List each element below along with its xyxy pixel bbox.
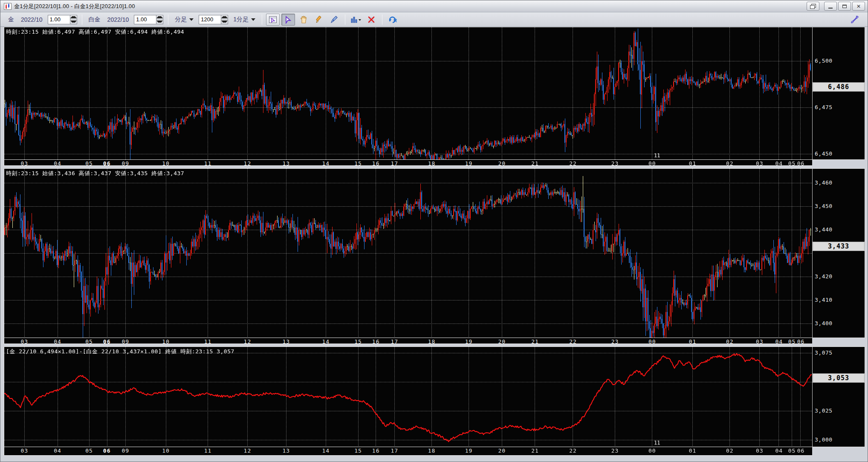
- close-button[interactable]: ✕: [852, 2, 865, 11]
- y-axis-label: 3,025: [815, 407, 833, 414]
- x-axis-label: 12: [244, 448, 252, 454]
- x-axis-label: 02: [726, 338, 734, 345]
- app-window: 金1分足[2022/10]1.00 - 白金1分足[2022/10]1.00 ✕…: [0, 0, 868, 462]
- gold-multiplier-spinner: [48, 15, 77, 24]
- bar-type-dropdown[interactable]: 分足: [175, 16, 194, 23]
- x-axis-label: 05: [788, 338, 796, 345]
- x-axis-label: 09: [122, 338, 129, 345]
- spin-up-button[interactable]: [70, 15, 77, 20]
- platinum-chart-panel: 時刻:23:15 始値:3,436 高値:3,437 安値:3,435 終値:3…: [4, 168, 865, 344]
- x-axis-label: 14: [322, 448, 330, 454]
- x-axis-label: 05: [788, 160, 796, 167]
- gold-chart-panel: 時刻:23:15 始値:6,497 高値:6,497 安値:6,494 終値:6…: [4, 27, 865, 166]
- platinum-multiplier-spinner: [134, 15, 163, 24]
- toolbar-separator: [262, 14, 262, 25]
- bar-count-input[interactable]: [199, 15, 221, 24]
- x-axis-label: 18: [428, 160, 436, 167]
- spin-down-button[interactable]: [70, 19, 77, 24]
- x-axis-label: 19: [465, 338, 473, 345]
- x-axis-label: 20: [498, 160, 506, 167]
- x-axis-label: 03: [756, 448, 764, 454]
- x-axis-label: 10: [162, 160, 170, 167]
- y-axis-label: 3,000: [815, 436, 833, 443]
- x-axis-label: 09: [122, 448, 129, 454]
- toolbar-separator: [168, 14, 168, 25]
- select-cursor-icon: [284, 15, 292, 24]
- spin-up-button[interactable]: [221, 15, 228, 20]
- x-axis-label: 06: [103, 448, 111, 454]
- interval-dropdown[interactable]: 1分足: [233, 16, 255, 23]
- chart-style-button[interactable]: [349, 14, 363, 26]
- gold-multiplier-input[interactable]: [48, 15, 70, 24]
- reload-icon: R: [388, 15, 398, 24]
- settings-button[interactable]: [848, 14, 862, 26]
- gold-plot: 時刻:23:15 始値:6,497 高値:6,497 安値:6,494 終値:6…: [4, 27, 812, 160]
- spread-last-price-badge: 3,053: [813, 373, 865, 383]
- wrench-icon: [850, 15, 859, 24]
- x-axis-label: 17: [391, 448, 398, 454]
- window-group-button[interactable]: [807, 2, 819, 11]
- x-axis-label: 18: [428, 448, 436, 454]
- maximize-button[interactable]: [838, 2, 851, 11]
- x-axis-label: 11: [204, 448, 212, 454]
- bar-chart-icon: [350, 15, 362, 24]
- x-axis-label: 05: [85, 448, 93, 454]
- spin-down-button[interactable]: [221, 19, 228, 24]
- spread-plot: [金 22/10 6,494×1.00]-[白金 22/10 3,437×1.0…: [4, 346, 812, 447]
- date-marker: 11: [654, 440, 660, 446]
- interval-label: 1分足: [233, 16, 249, 23]
- y-axis-label: 6,475: [815, 104, 833, 110]
- spread-y-axis: 3,053 3,0753,0253,000: [812, 346, 865, 447]
- pen-tool-button[interactable]: [327, 14, 341, 26]
- spin-up-button[interactable]: [156, 15, 163, 20]
- x-axis-label: 10: [162, 448, 170, 454]
- spread-line-chart[interactable]: [4, 347, 812, 447]
- platinum-multiplier-input[interactable]: [134, 15, 156, 24]
- clear-drawings-button[interactable]: [365, 14, 378, 26]
- x-axis-label: 05: [85, 338, 93, 345]
- pencil-icon: [315, 15, 323, 24]
- gold-x-axis: 0304050609101112131415161718192021222300…: [4, 160, 812, 166]
- y-axis-label: 3,410: [815, 297, 833, 303]
- minimize-button[interactable]: [824, 2, 837, 11]
- x-axis-label: 04: [54, 338, 61, 345]
- x-axis-label: 01: [689, 448, 697, 454]
- x-axis-label: 21: [531, 448, 539, 454]
- select-tool-button[interactable]: [281, 14, 295, 26]
- x-axis-label: 03: [756, 160, 764, 167]
- platinum-y-axis: 3,433 3,4603,4503,4403,4203,4103,400: [812, 168, 865, 338]
- spin-down-icon: [221, 20, 228, 23]
- pan-tool-button[interactable]: [297, 14, 310, 26]
- x-axis-label: 04: [775, 448, 783, 454]
- x-axis-label: 06: [797, 448, 805, 454]
- app-icon: [4, 3, 12, 10]
- x-axis-label: 04: [775, 338, 783, 345]
- platinum-ohlc-info: 時刻:23:15 始値:3,436 高値:3,437 安値:3,435 終値:3…: [6, 170, 184, 177]
- platinum-candle-chart[interactable]: [4, 169, 812, 338]
- x-axis-label: 04: [54, 160, 61, 167]
- y-axis-label: 3,400: [815, 320, 833, 326]
- charts-area: 時刻:23:15 始値:6,497 高値:6,497 安値:6,494 終値:6…: [0, 27, 868, 462]
- x-axis-label: 00: [648, 160, 656, 167]
- delete-chart-icon: [367, 15, 376, 24]
- window-title: 金1分足[2022/10]1.00 - 白金1分足[2022/10]1.00: [14, 3, 135, 10]
- x-axis-label: 12: [244, 338, 252, 345]
- x-axis-label: 00: [648, 338, 656, 345]
- y-axis-label: 3,450: [815, 203, 833, 209]
- maximize-icon: [842, 5, 847, 8]
- spin-down-button[interactable]: [156, 19, 163, 24]
- x-axis-label: 18: [428, 338, 436, 345]
- pencil-tool-button[interactable]: [312, 14, 326, 26]
- gold-ohlc-info: 時刻:23:15 始値:6,497 高値:6,497 安値:6,494 終値:6…: [6, 28, 184, 36]
- x-axis-label: 05: [85, 160, 93, 167]
- x-axis-label: 15: [354, 448, 362, 454]
- x-axis-label: 01: [689, 338, 697, 345]
- x-axis-label: 06: [797, 160, 805, 167]
- x-axis-label: 05: [788, 448, 796, 454]
- reload-button[interactable]: R: [386, 14, 400, 26]
- platinum-last-price-badge: 3,433: [813, 242, 865, 251]
- chart-pointer-button[interactable]: [266, 14, 280, 26]
- x-axis-label: 20: [498, 338, 506, 345]
- gold-candle-chart[interactable]: [4, 27, 812, 159]
- spin-up-icon: [70, 16, 77, 18]
